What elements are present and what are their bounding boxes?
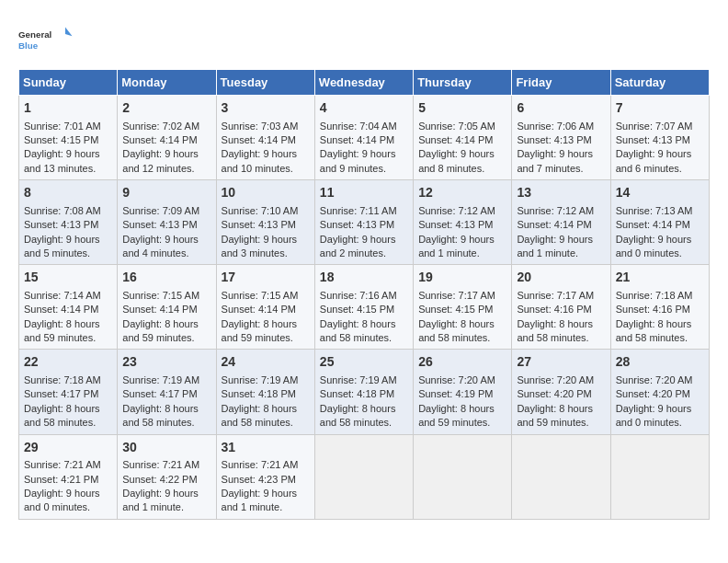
cell-info-line: Daylight: 9 hours <box>320 233 408 247</box>
cell-info-line: Daylight: 8 hours <box>222 402 310 416</box>
cell-info-line: Sunset: 4:18 PM <box>222 387 310 401</box>
cell-info-line: Sunrise: 7:21 AM <box>122 458 210 472</box>
calendar-cell: 5Sunrise: 7:05 AMSunset: 4:14 PMDaylight… <box>414 96 512 180</box>
calendar-cell <box>512 434 610 519</box>
calendar-cell: 14Sunrise: 7:13 AMSunset: 4:14 PMDayligh… <box>610 180 709 265</box>
cell-info-line: and 58 minutes. <box>222 416 310 430</box>
calendar-cell <box>314 434 413 519</box>
cell-info-line: Sunset: 4:13 PM <box>320 218 408 232</box>
cell-info-line: Sunset: 4:20 PM <box>517 387 605 401</box>
calendar-week-row: 8Sunrise: 7:08 AMSunset: 4:13 PMDaylight… <box>19 180 710 265</box>
cell-info-line: and 0 minutes. <box>616 416 704 430</box>
day-number: 13 <box>517 184 605 202</box>
day-number: 17 <box>222 269 310 287</box>
day-number: 29 <box>24 439 112 457</box>
day-number: 2 <box>122 99 210 118</box>
cell-info-line: Sunset: 4:14 PM <box>320 133 408 147</box>
calendar-cell <box>610 434 709 519</box>
cell-info-line: Daylight: 9 hours <box>418 233 506 247</box>
cell-info-line: Daylight: 8 hours <box>517 402 605 416</box>
cell-info-line: Daylight: 9 hours <box>24 487 112 500</box>
cell-info-line: and 58 minutes. <box>320 416 408 430</box>
cell-info-line: and 2 minutes. <box>320 247 408 260</box>
cell-info-line: Sunrise: 7:04 AM <box>320 120 408 133</box>
cell-info-line: Sunset: 4:15 PM <box>418 303 506 316</box>
weekday-header: Sunday <box>19 70 118 96</box>
cell-info-line: Sunset: 4:22 PM <box>122 473 210 487</box>
cell-info-line: Sunset: 4:13 PM <box>616 133 704 147</box>
cell-info-line: Sunset: 4:14 PM <box>122 303 210 316</box>
cell-info-line: Daylight: 8 hours <box>418 402 506 416</box>
svg-text:Blue: Blue <box>18 40 39 51</box>
cell-info-line: Sunrise: 7:02 AM <box>122 120 210 133</box>
calendar-cell: 1Sunrise: 7:01 AMSunset: 4:15 PMDaylight… <box>19 96 118 180</box>
day-number: 16 <box>122 269 210 287</box>
cell-info-line: Daylight: 9 hours <box>24 147 112 161</box>
calendar-cell: 18Sunrise: 7:16 AMSunset: 4:15 PMDayligh… <box>314 265 413 350</box>
calendar-cell: 7Sunrise: 7:07 AMSunset: 4:13 PMDaylight… <box>610 96 709 180</box>
cell-info-line: Sunrise: 7:12 AM <box>418 204 506 218</box>
cell-info-line: Sunrise: 7:20 AM <box>517 373 605 387</box>
day-number: 20 <box>517 269 605 287</box>
cell-info-line: Sunrise: 7:19 AM <box>222 373 310 387</box>
calendar-cell: 29Sunrise: 7:21 AMSunset: 4:21 PMDayligh… <box>19 434 118 519</box>
day-number: 22 <box>24 353 112 372</box>
cell-info-line: Daylight: 9 hours <box>418 147 506 161</box>
cell-info-line: Sunset: 4:17 PM <box>24 387 112 401</box>
cell-info-line: and 12 minutes. <box>122 162 210 176</box>
day-number: 21 <box>616 269 704 287</box>
day-number: 10 <box>222 184 310 202</box>
cell-info-line: and 59 minutes. <box>517 416 605 430</box>
cell-info-line: Sunrise: 7:07 AM <box>616 120 704 133</box>
cell-info-line: Daylight: 9 hours <box>616 147 704 161</box>
weekday-header: Monday <box>118 70 216 96</box>
calendar-cell: 22Sunrise: 7:18 AMSunset: 4:17 PMDayligh… <box>19 350 118 434</box>
cell-info-line: and 58 minutes. <box>517 331 605 345</box>
cell-info-line: Sunrise: 7:21 AM <box>222 458 310 472</box>
cell-info-line: Sunset: 4:14 PM <box>616 218 704 232</box>
cell-info-line: and 59 minutes. <box>222 331 310 345</box>
cell-info-line: and 0 minutes. <box>24 500 112 514</box>
day-number: 7 <box>616 99 704 118</box>
cell-info-line: Daylight: 9 hours <box>517 147 605 161</box>
cell-info-line: Sunrise: 7:11 AM <box>320 204 408 218</box>
day-number: 5 <box>418 99 506 118</box>
cell-info-line: Sunrise: 7:05 AM <box>418 120 506 133</box>
calendar-cell: 20Sunrise: 7:17 AMSunset: 4:16 PMDayligh… <box>512 265 610 350</box>
cell-info-line: Daylight: 8 hours <box>418 317 506 331</box>
cell-info-line: Sunrise: 7:15 AM <box>122 289 210 303</box>
cell-info-line: Sunrise: 7:18 AM <box>616 289 704 303</box>
cell-info-line: and 3 minutes. <box>222 247 310 260</box>
calendar-cell: 25Sunrise: 7:19 AMSunset: 4:18 PMDayligh… <box>314 350 413 434</box>
cell-info-line: Sunset: 4:16 PM <box>616 303 704 316</box>
svg-text:General: General <box>18 29 52 40</box>
cell-info-line: Sunrise: 7:17 AM <box>418 289 506 303</box>
calendar-week-row: 1Sunrise: 7:01 AMSunset: 4:15 PMDaylight… <box>19 96 710 180</box>
cell-info-line: and 1 minute. <box>122 500 210 514</box>
cell-info-line: Sunset: 4:18 PM <box>320 387 408 401</box>
cell-info-line: Sunset: 4:14 PM <box>222 133 310 147</box>
cell-info-line: Sunset: 4:15 PM <box>320 303 408 316</box>
day-number: 19 <box>418 269 506 287</box>
cell-info-line: Sunrise: 7:03 AM <box>222 120 310 133</box>
calendar-cell: 13Sunrise: 7:12 AMSunset: 4:14 PMDayligh… <box>512 180 610 265</box>
cell-info-line: Sunset: 4:17 PM <box>122 387 210 401</box>
cell-info-line: Sunset: 4:13 PM <box>24 218 112 232</box>
calendar-cell: 6Sunrise: 7:06 AMSunset: 4:13 PMDaylight… <box>512 96 610 180</box>
cell-info-line: Sunrise: 7:09 AM <box>122 204 210 218</box>
calendar-cell: 2Sunrise: 7:02 AMSunset: 4:14 PMDaylight… <box>118 96 216 180</box>
cell-info-line: Sunset: 4:13 PM <box>418 218 506 232</box>
weekday-header: Thursday <box>414 70 512 96</box>
cell-info-line: Sunset: 4:21 PM <box>24 473 112 487</box>
calendar-cell: 19Sunrise: 7:17 AMSunset: 4:15 PMDayligh… <box>414 265 512 350</box>
cell-info-line: Daylight: 9 hours <box>122 487 210 500</box>
weekday-header-row: SundayMondayTuesdayWednesdayThursdayFrid… <box>19 70 710 96</box>
cell-info-line: Daylight: 9 hours <box>222 487 310 500</box>
cell-info-line: Sunrise: 7:15 AM <box>222 289 310 303</box>
day-number: 18 <box>320 269 408 287</box>
weekday-header: Wednesday <box>314 70 413 96</box>
svg-marker-2 <box>65 27 73 36</box>
cell-info-line: Sunset: 4:14 PM <box>122 133 210 147</box>
calendar-cell: 28Sunrise: 7:20 AMSunset: 4:20 PMDayligh… <box>610 350 709 434</box>
calendar-cell: 4Sunrise: 7:04 AMSunset: 4:14 PMDaylight… <box>314 96 413 180</box>
